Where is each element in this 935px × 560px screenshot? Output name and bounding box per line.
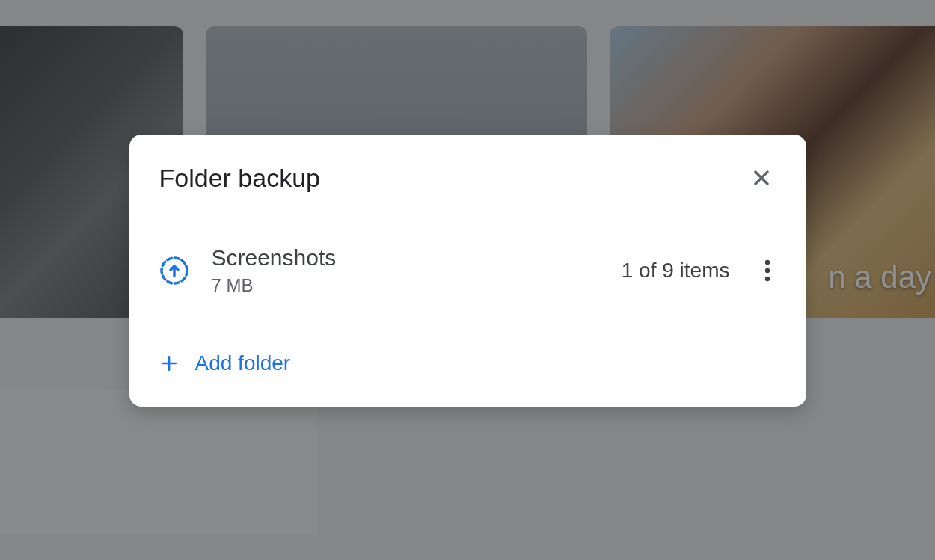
add-folder-button[interactable]: Add folder [159, 348, 291, 378]
plus-icon [159, 354, 179, 373]
svg-point-4 [764, 268, 769, 273]
svg-point-3 [764, 260, 769, 265]
folder-row: Screenshots 7 MB 1 of 9 items [159, 245, 776, 296]
folder-size: 7 MB [212, 275, 622, 296]
folder-upload-status: 1 of 9 items [622, 259, 730, 283]
more-options-button[interactable] [758, 253, 776, 289]
modal-overlay[interactable]: Folder backup Screenshots 7 MB 1 of 9 it… [0, 0, 935, 560]
dialog-header: Folder backup [159, 163, 776, 193]
folder-name: Screenshots [212, 245, 622, 271]
svg-point-5 [764, 277, 769, 281]
add-folder-label: Add folder [195, 351, 291, 375]
folder-info: Screenshots 7 MB [212, 245, 622, 296]
close-icon [749, 166, 773, 190]
dialog-title: Folder backup [159, 164, 320, 193]
more-vertical-icon [764, 259, 770, 283]
folder-backup-dialog: Folder backup Screenshots 7 MB 1 of 9 it… [129, 135, 806, 407]
close-button[interactable] [747, 163, 776, 193]
upload-progress-icon [159, 256, 189, 286]
